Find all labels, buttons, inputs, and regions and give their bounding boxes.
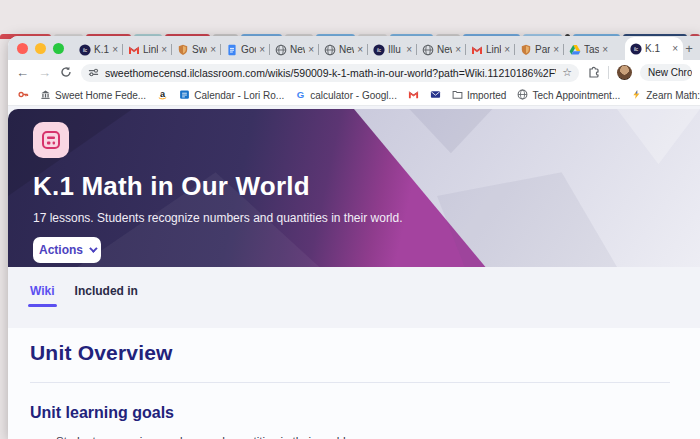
browser-tab-tas[interactable]: Tas× xyxy=(564,39,613,60)
tab-label: New xyxy=(339,44,354,55)
toolbar-separator xyxy=(608,66,609,79)
shield-favicon-icon xyxy=(520,44,532,56)
gmail-favicon-icon xyxy=(128,44,140,56)
globe-icon xyxy=(517,89,528,102)
shield-favicon-icon xyxy=(177,44,189,56)
unit-overview-section: Unit Overview Unit learning goals Studen… xyxy=(8,328,700,439)
browser-tab-link[interactable]: Link× xyxy=(123,39,172,60)
amazon-icon: a xyxy=(157,89,168,102)
tab-label: New xyxy=(290,44,305,55)
site-info-icon[interactable] xyxy=(88,64,99,82)
ilc-favicon-icon: ilc xyxy=(79,44,91,56)
bookmark-amazon[interactable]: a xyxy=(157,89,168,102)
browser-toolbar: ← → sweethomecensd.ilclassroom.com/wikis… xyxy=(8,60,700,85)
close-window-button[interactable] xyxy=(17,43,28,54)
close-tab-icon[interactable]: × xyxy=(357,44,363,55)
address-bar[interactable]: sweethomecensd.ilclassroom.com/wikis/590… xyxy=(81,64,579,82)
bookmark-imported[interactable]: Imported xyxy=(452,89,506,102)
bookmark-tech-appointment-[interactable]: Tech Appointment... xyxy=(517,89,620,102)
forward-icon: → xyxy=(38,66,51,79)
close-tab-icon[interactable]: × xyxy=(406,44,412,55)
drive-favicon-icon xyxy=(569,44,581,56)
folder-icon xyxy=(452,89,463,102)
minimize-window-button[interactable] xyxy=(35,43,46,54)
bookmark-calculator-googl-[interactable]: Gcalculator - Googl... xyxy=(295,89,397,102)
browser-tab-bar: ilcK.1×Link×Swe×Goo×New×New×ilcIllu×New×… xyxy=(8,36,700,60)
bookmark-label: Tech Appointment... xyxy=(532,90,620,101)
close-tab-icon[interactable]: × xyxy=(602,44,608,55)
tab-label: New xyxy=(437,44,452,55)
close-tab-icon[interactable]: × xyxy=(210,44,216,55)
svg-text:ilc: ilc xyxy=(634,47,639,52)
wiki-icon xyxy=(33,122,69,158)
bookmark-zearn-math-top-r-[interactable]: Zearn Math: Top-r... xyxy=(631,89,700,102)
bookmark-key[interactable] xyxy=(18,89,29,102)
page-tab-wiki[interactable]: Wiki xyxy=(30,284,55,305)
close-tab-icon[interactable]: × xyxy=(259,44,265,55)
browser-tab-k-1[interactable]: ilcK.1× xyxy=(625,37,683,60)
tab-label: Swe xyxy=(192,44,207,55)
zearn-icon xyxy=(631,89,642,102)
toolbar-right: New Chrome a xyxy=(588,64,692,82)
calendar-icon xyxy=(179,89,190,102)
new-chrome-button[interactable]: New Chrome a xyxy=(640,64,692,81)
browser-tab-new[interactable]: New× xyxy=(319,39,368,60)
ilc-favicon-icon: ilc xyxy=(373,44,385,56)
back-icon[interactable]: ← xyxy=(16,66,29,79)
tab-label: Tas xyxy=(584,44,599,55)
wiki-tab-bar: WikiIncluded in xyxy=(8,267,700,305)
globe-favicon-icon xyxy=(275,44,287,56)
svg-text:ilc: ilc xyxy=(83,48,88,53)
browser-tab-link[interactable]: Link× xyxy=(466,39,515,60)
tab-label: Goo xyxy=(241,44,256,55)
browser-tab-new[interactable]: New× xyxy=(417,39,466,60)
actions-label: Actions xyxy=(39,243,83,257)
browser-tab-goo[interactable]: Goo× xyxy=(221,39,270,60)
tab-list: ilcK.1×Link×Swe×Goo×New×New×ilcIllu×New×… xyxy=(74,36,678,60)
goals-list: Students recognize numbers and quantitie… xyxy=(56,435,678,439)
bookmark-gmail[interactable] xyxy=(408,89,419,102)
url-text[interactable]: sweethomecensd.ilclassroom.com/wikis/590… xyxy=(105,67,556,79)
bookmark-sweet-home-fede-[interactable]: Sweet Home Fede... xyxy=(40,89,146,102)
bookmark-label: Calendar - Lori Ro... xyxy=(194,90,284,101)
bookmark-calendar-lori-ro-[interactable]: Calendar - Lori Ro... xyxy=(179,89,284,102)
reload-icon[interactable] xyxy=(60,66,72,80)
browser-tab-par[interactable]: Par× xyxy=(515,39,564,60)
unit-title: K.1 Math in Our World xyxy=(33,171,700,202)
close-tab-icon[interactable]: × xyxy=(672,43,678,54)
close-tab-icon[interactable]: × xyxy=(455,44,461,55)
envelope-icon xyxy=(430,89,441,102)
gmail-favicon-icon xyxy=(471,44,483,56)
googleg-icon: G xyxy=(295,89,306,102)
globe-favicon-icon xyxy=(422,44,434,56)
section-divider xyxy=(30,382,670,383)
browser-tab-new[interactable]: New× xyxy=(270,39,319,60)
browser-tab-k-1[interactable]: ilcK.1× xyxy=(74,39,123,60)
gmail-icon xyxy=(408,89,419,102)
actions-button[interactable]: Actions xyxy=(33,237,101,263)
unit-subtitle: 17 lessons. Students recognize numbers a… xyxy=(33,211,700,225)
zoom-window-button[interactable] xyxy=(53,43,64,54)
browser-tab-illu[interactable]: ilcIllu× xyxy=(368,39,417,60)
unit-banner: K.1 Math in Our World 17 lessons. Studen… xyxy=(8,109,700,267)
window-controls xyxy=(17,43,64,54)
page-tab-included-in[interactable]: Included in xyxy=(75,284,138,305)
extensions-icon[interactable] xyxy=(588,64,600,82)
svg-text:ilc: ilc xyxy=(377,48,382,53)
profile-avatar[interactable] xyxy=(617,65,632,80)
tab-label: Link xyxy=(143,44,158,55)
close-tab-icon[interactable]: × xyxy=(112,44,118,55)
close-tab-icon[interactable]: × xyxy=(308,44,314,55)
desktop-background: ilcK.1×Link×Swe×Goo×New×New×ilcIllu×New×… xyxy=(0,0,700,439)
close-tab-icon[interactable]: × xyxy=(553,44,559,55)
bookmark-label: Imported xyxy=(467,90,506,101)
page-content: K.1 Math in Our World 17 lessons. Studen… xyxy=(8,106,700,439)
tab-label: Link xyxy=(486,44,501,55)
close-tab-icon[interactable]: × xyxy=(504,44,510,55)
close-tab-icon[interactable]: × xyxy=(161,44,167,55)
goal-item: Students recognize numbers and quantitie… xyxy=(56,435,678,439)
bookmark-star-icon[interactable]: ☆ xyxy=(562,66,572,79)
bank-icon xyxy=(40,89,51,102)
bookmark-envelope[interactable] xyxy=(430,89,441,102)
browser-tab-swe[interactable]: Swe× xyxy=(172,39,221,60)
